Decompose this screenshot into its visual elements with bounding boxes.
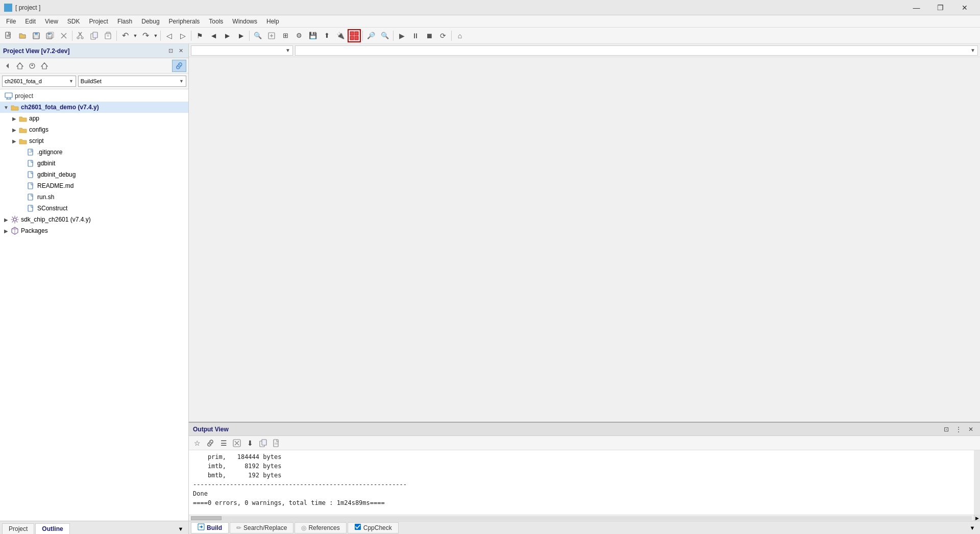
redo-dropdown[interactable]: ▼ — [153, 29, 159, 42]
menu-flash[interactable]: Flash — [113, 17, 136, 26]
tab-search-replace[interactable]: ✏ Search/Replace — [230, 522, 293, 533]
menu-view[interactable]: View — [41, 17, 62, 26]
scroll-track[interactable] — [191, 516, 972, 520]
tree-item-project-root[interactable]: project — [0, 90, 188, 102]
connect-btn[interactable]: 🔌 — [334, 29, 347, 42]
output-vertical-scrollbar[interactable] — [974, 450, 980, 515]
tree-item-run-sh[interactable]: ▶ run.sh — [0, 191, 188, 203]
menu-project[interactable]: Project — [85, 17, 112, 26]
scroll-thumb[interactable] — [191, 516, 222, 520]
sidebar-maximize-btn[interactable]: ⊡ — [166, 46, 175, 56]
output-list-btn[interactable]: ☰ — [217, 438, 230, 449]
tree-item-readme[interactable]: ▶ README.md — [0, 180, 188, 191]
tree-item-script[interactable]: ▶ script — [0, 135, 188, 147]
maximize-btn[interactable]: ❐ — [929, 0, 952, 15]
save-all-btn[interactable] — [43, 29, 57, 42]
output-dl-btn[interactable]: ⬇ — [244, 438, 256, 449]
redo-btn[interactable]: ↷ — [139, 29, 152, 42]
sidebar-tab-dropdown[interactable]: ▼ — [175, 524, 186, 534]
tab-references[interactable]: ◎ References — [295, 522, 346, 533]
output-toolbar: ☆ ☰ ⬇ — [189, 436, 980, 450]
tab-build[interactable]: Build — [191, 522, 229, 533]
sync-btn[interactable]: ⊞ — [279, 29, 292, 42]
nav-back-btn[interactable]: ◁ — [162, 29, 176, 42]
menu-help[interactable]: Help — [262, 17, 283, 26]
menu-file[interactable]: File — [2, 17, 20, 26]
project-dropdown[interactable]: ch2601_fota_d ▼ — [2, 76, 76, 87]
bookmark-next-btn[interactable]: ▶ — [220, 29, 234, 42]
output-content[interactable]: prim, 184444 bytes imtb, 8192 bytes bmtb… — [189, 450, 980, 515]
sidebar-toolbar — [0, 58, 188, 74]
undo-btn[interactable]: ↶ — [118, 29, 132, 42]
editor-combo2[interactable]: ▼ — [295, 45, 978, 56]
tree-item-sdk-chip[interactable]: ▶ sdk_chip_ch2601 (v7.4.y) — [0, 214, 188, 225]
run-btn[interactable]: ▶ — [395, 29, 408, 42]
sidebar-another-home-btn[interactable] — [39, 60, 50, 71]
menu-peripherals[interactable]: Peripherals — [165, 17, 204, 26]
search-debug-btn[interactable]: 🔎 — [364, 29, 378, 42]
save-btn[interactable] — [30, 29, 43, 42]
output-horizontal-scrollbar[interactable]: ▶ — [189, 515, 980, 521]
bookmark-list-btn[interactable]: ▶ — [234, 29, 248, 42]
new-file-btn[interactable] — [2, 29, 15, 42]
folder-script-icon — [18, 137, 28, 145]
close-window-btn[interactable]: ✕ — [953, 0, 976, 15]
cut-btn[interactable] — [74, 29, 87, 42]
sidebar-sync-btn[interactable] — [27, 60, 38, 71]
tree-item-packages[interactable]: ▶ Packages — [0, 225, 188, 236]
output-maximize-btn[interactable]: ⊡ — [941, 424, 951, 434]
tree-item-gdbinit[interactable]: ▶ gdbinit — [0, 158, 188, 169]
output-copy-btn[interactable] — [257, 438, 270, 449]
nav-fwd-btn[interactable]: ▷ — [176, 29, 189, 42]
tree-item-configs[interactable]: ▶ configs — [0, 124, 188, 135]
bookmark-btn[interactable]: ⚑ — [193, 29, 206, 42]
bottom-tabs-dropdown[interactable]: ▼ — [967, 522, 978, 533]
tree-item-sconstruct[interactable]: ▶ SConstruct — [0, 203, 188, 214]
tab-outline[interactable]: Outline — [35, 523, 69, 534]
output-clear-btn[interactable] — [231, 438, 243, 449]
highlighted-btn[interactable] — [348, 29, 361, 42]
output-link-btn[interactable] — [204, 438, 216, 449]
sidebar-nav-back-btn[interactable] — [2, 60, 13, 71]
menu-edit[interactable]: Edit — [21, 17, 40, 26]
project-tree[interactable]: project ▼ ch2601_fota_demo (v7.4.y) ▶ ap… — [0, 89, 188, 521]
output-star-btn[interactable]: ☆ — [191, 438, 203, 449]
close-file-btn[interactable] — [57, 29, 70, 42]
menu-debug[interactable]: Debug — [137, 17, 163, 26]
find-btn[interactable]: 🔍 — [251, 29, 264, 42]
output-close-btn[interactable]: ✕ — [966, 424, 976, 434]
minimize-btn[interactable]: — — [905, 0, 928, 15]
paste-btn[interactable] — [102, 29, 115, 42]
tree-item-app[interactable]: ▶ app — [0, 113, 188, 124]
mark-btn[interactable] — [265, 29, 278, 42]
pause-btn[interactable]: ⏸ — [409, 29, 422, 42]
undo-dropdown[interactable]: ▼ — [132, 29, 138, 42]
step-over-btn[interactable]: ⟳ — [436, 29, 450, 42]
upload-btn[interactable]: ⬆ — [320, 29, 333, 42]
output-more-btn[interactable]: ⋮ — [953, 424, 964, 434]
zoom-out-btn[interactable]: 🔍 — [378, 29, 391, 42]
tab-cppcheck[interactable]: CppCheck — [348, 522, 399, 533]
copy-btn[interactable] — [88, 29, 101, 42]
tree-item-gdbinit-debug[interactable]: ▶ gdbinit_debug — [0, 169, 188, 180]
build-prog-btn[interactable]: ⚙ — [292, 29, 306, 42]
scroll-right-btn[interactable]: ▶ — [974, 515, 980, 521]
output-file-btn[interactable] — [271, 438, 283, 449]
tree-item-gitignore[interactable]: ▶ .gitignore — [0, 147, 188, 158]
sidebar-close-btn[interactable]: ✕ — [176, 46, 185, 56]
buildset-dropdown[interactable]: BuildSet ▼ — [78, 76, 186, 87]
editor-combo1[interactable]: ▼ — [191, 45, 293, 56]
sidebar-link-btn[interactable] — [172, 60, 186, 72]
bookmark-prev-btn[interactable]: ◀ — [207, 29, 220, 42]
sidebar-home-btn[interactable] — [14, 60, 26, 71]
home-btn[interactable]: ⌂ — [453, 29, 467, 42]
menu-sdk[interactable]: SDK — [63, 17, 84, 26]
chip-btn[interactable]: 💾 — [306, 29, 320, 42]
menu-windows[interactable]: Windows — [228, 17, 261, 26]
tab-project[interactable]: Project — [2, 523, 34, 534]
tree-item-fota-demo[interactable]: ▼ ch2601_fota_demo (v7.4.y) — [0, 102, 188, 113]
open-btn[interactable] — [16, 29, 29, 42]
menu-tools[interactable]: Tools — [205, 17, 227, 26]
stop-btn[interactable]: ⏹ — [423, 29, 436, 42]
tree-item-script-label: script — [29, 137, 44, 144]
